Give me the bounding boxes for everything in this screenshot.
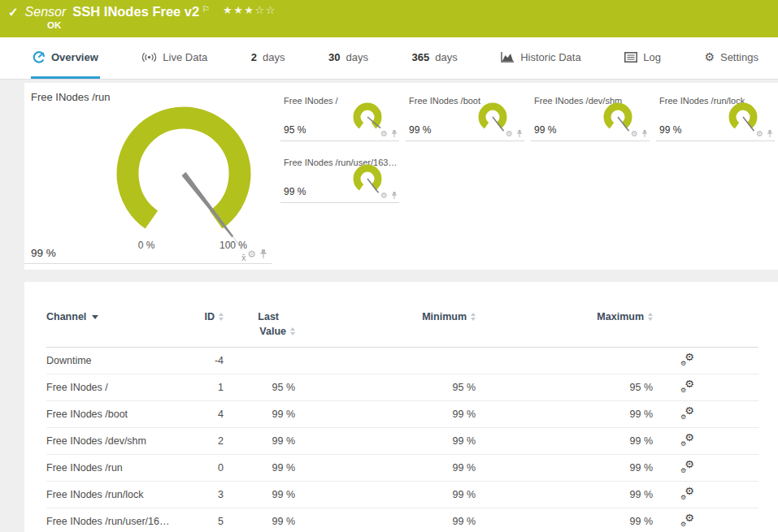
minimum-value: 99 % xyxy=(295,516,476,527)
page-content: Free INodes /run x̄ 0 % 100 % 99 % ⚙ Fre… xyxy=(0,80,778,532)
channel-settings-icon[interactable]: ⚙⚙ xyxy=(680,407,694,420)
channel-gauge-value: 99 % xyxy=(534,124,556,136)
gear-icon[interactable]: ⚙ xyxy=(380,192,388,200)
channel-name: Free INodes /dev/shm xyxy=(46,435,187,447)
gauge-chart: x̄ xyxy=(86,99,289,270)
tab-day-count: 30 xyxy=(328,51,340,63)
maximum-value: 99 % xyxy=(476,489,653,500)
column-header-label: Last xyxy=(224,309,295,324)
table-row: Free INodes / 1 95 % 95 % 95 % ⚙⚙ xyxy=(46,374,758,401)
tab-label: Log xyxy=(643,51,661,63)
sort-desc-icon xyxy=(92,315,98,319)
tab-label: Live Data xyxy=(163,51,207,63)
tab-day-count: 2 xyxy=(251,51,257,63)
channel-gauge-cell[interactable]: Free INodes / 95 % ⚙ xyxy=(280,91,399,141)
channel-settings-icon[interactable]: ⚙⚙ xyxy=(680,380,694,393)
sort-icon xyxy=(290,327,295,335)
maximum-value: 99 % xyxy=(476,409,653,420)
column-header-label: ID xyxy=(205,311,215,322)
tab-365-days[interactable]: 365 days xyxy=(411,37,459,79)
channel-gauge-value: 99 % xyxy=(409,124,431,136)
tab-day-count: 365 xyxy=(412,51,430,63)
gear-icon[interactable]: ⚙ xyxy=(380,130,388,138)
tab-historic-data[interactable]: Historic Data xyxy=(499,37,582,79)
minimum-value: 99 % xyxy=(295,409,476,420)
column-header-label: Channel xyxy=(46,311,86,322)
channel-id: 0 xyxy=(187,462,224,474)
tab-label: days xyxy=(435,51,457,63)
gauge-min-label: 0 % xyxy=(126,240,167,251)
channel-gauge-value: 99 % xyxy=(31,247,56,259)
channel-settings-icon[interactable]: ⚙⚙ xyxy=(680,353,694,366)
gear-icon[interactable]: ⚙ xyxy=(506,130,513,138)
table-row: Free INodes /boot 4 99 % 99 % 99 % ⚙⚙ xyxy=(46,401,758,428)
pin-icon[interactable] xyxy=(391,130,398,138)
last-value: 99 % xyxy=(224,435,295,447)
maximum-value: 99 % xyxy=(476,462,653,474)
pin-icon[interactable] xyxy=(767,130,773,138)
channel-gauge-value: 95 % xyxy=(284,124,306,136)
channel-id: 4 xyxy=(187,409,224,420)
table-row: Free INodes /dev/shm 2 99 % 99 % 99 % ⚙⚙ xyxy=(46,428,758,455)
gear-icon[interactable]: ⚙ xyxy=(247,249,256,259)
table-row: Downtime -4 ⚙⚙ xyxy=(46,348,758,374)
column-header-minimum[interactable]: Minimum xyxy=(295,309,476,324)
channel-name: Free INodes /boot xyxy=(46,409,187,420)
pin-icon[interactable] xyxy=(641,130,648,138)
channel-id: -4 xyxy=(187,355,224,366)
channel-id: 1 xyxy=(187,382,224,393)
channel-gauge-cell[interactable]: Free INodes /run/lock 99 % ⚙ xyxy=(656,91,775,141)
pin-icon[interactable] xyxy=(516,130,523,138)
tab-overview[interactable]: Overview xyxy=(31,37,100,79)
pin-icon[interactable] xyxy=(259,249,267,259)
channel-name: Free INodes / xyxy=(46,382,187,393)
gear-icon[interactable]: ⚙ xyxy=(631,130,638,138)
channel-settings-icon[interactable]: ⚙⚙ xyxy=(680,434,694,447)
channel-id: 5 xyxy=(187,516,224,527)
column-header-label: Minimum xyxy=(422,311,467,322)
channel-gauge-cell[interactable]: Free INodes /run/user/16342… 99 % ⚙ xyxy=(280,153,399,203)
minimum-value: 99 % xyxy=(295,489,476,500)
tab-2-days[interactable]: 2 days xyxy=(250,37,287,79)
priority-stars[interactable]: ★★★☆☆ xyxy=(223,4,276,16)
column-header-label: Maximum xyxy=(597,311,644,322)
column-header-label: Value xyxy=(259,326,286,337)
column-header-last-value[interactable]: Last Value xyxy=(224,309,295,339)
tab-live-data[interactable]: Live Data xyxy=(140,37,209,79)
maximum-value: 95 % xyxy=(476,382,653,393)
object-kind-label: Sensor xyxy=(25,5,67,19)
broadcast-icon xyxy=(141,52,157,63)
gear-icon: ⚙ xyxy=(704,51,715,63)
sort-icon xyxy=(648,313,653,321)
column-header-maximum[interactable]: Maximum xyxy=(476,309,653,324)
gear-icon[interactable]: ⚙ xyxy=(756,130,763,138)
column-header-channel[interactable]: Channel xyxy=(46,309,187,324)
channel-id: 2 xyxy=(187,435,224,447)
channel-gauge-value: 99 % xyxy=(659,124,681,136)
maximum-value: 99 % xyxy=(476,516,653,527)
tab-label: Historic Data xyxy=(520,51,580,63)
channel-table-panel: Channel ID Last Value Minimum Maximum Do… xyxy=(24,282,778,532)
sensor-title: SSH INodes Free v2 xyxy=(72,4,199,19)
channel-gauge-cell[interactable]: Free INodes /boot 99 % ⚙ xyxy=(406,91,524,141)
column-header-id[interactable]: ID xyxy=(187,309,224,324)
channel-settings-icon[interactable]: ⚙⚙ xyxy=(680,514,694,527)
pin-icon[interactable] xyxy=(391,192,398,200)
channel-settings-icon[interactable]: ⚙⚙ xyxy=(680,487,694,500)
channel-name: Free INodes /run/lock xyxy=(46,489,187,500)
tab-log[interactable]: Log xyxy=(623,37,663,79)
last-value: 95 % xyxy=(224,382,295,393)
maximum-value: 99 % xyxy=(476,435,653,447)
flag-icon: ⚐ xyxy=(202,4,210,15)
tab-label: days xyxy=(346,51,368,63)
channel-settings-icon[interactable]: ⚙⚙ xyxy=(680,461,694,474)
tab-30-days[interactable]: 30 days xyxy=(327,37,370,79)
table-row: Free INodes /run 0 99 % 99 % 99 % ⚙⚙ xyxy=(46,455,758,482)
tab-label: Settings xyxy=(720,51,758,63)
tab-label: days xyxy=(263,51,285,63)
primary-channel-gauge-cell[interactable]: Free INodes /run x̄ 0 % 100 % 99 % ⚙ xyxy=(24,83,272,264)
minimum-value: 95 % xyxy=(295,382,476,393)
tab-settings[interactable]: ⚙ Settings xyxy=(702,37,760,79)
area-chart-icon xyxy=(501,51,515,63)
channel-gauge-cell[interactable]: Free INodes /dev/shm 99 % ⚙ xyxy=(531,91,650,141)
